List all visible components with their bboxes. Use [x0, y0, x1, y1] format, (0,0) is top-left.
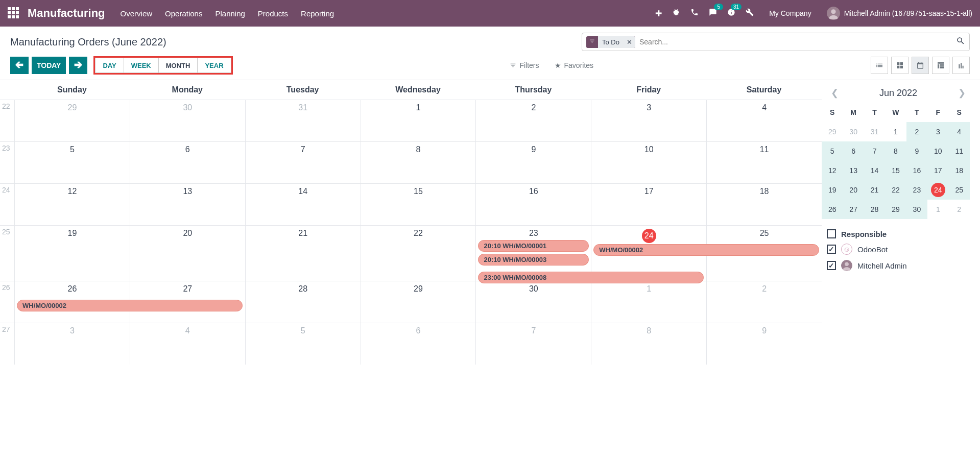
calendar-day-cell[interactable]: 22	[361, 226, 476, 281]
calendar-day-cell[interactable]: 18	[706, 184, 822, 225]
mini-day-cell[interactable]: 16	[906, 161, 927, 180]
calendar-event[interactable]: 23:00 WH/MO/00008	[478, 272, 704, 283]
apps-icon[interactable]	[8, 7, 20, 19]
mini-day-cell[interactable]: 17	[927, 161, 948, 180]
mini-day-cell[interactable]: 4	[949, 122, 970, 141]
user-menu[interactable]: Mitchell Admin (16789751-saas-15-1-all)	[827, 7, 972, 20]
calendar-day-cell[interactable]: 11	[706, 142, 822, 183]
mini-day-cell[interactable]: 21	[864, 180, 885, 200]
activities-icon[interactable]: 31	[727, 8, 735, 18]
mini-day-cell[interactable]: 5	[822, 141, 843, 161]
mini-day-cell[interactable]: 20	[843, 180, 864, 200]
calendar-day-cell[interactable]: 29	[14, 100, 130, 141]
mini-day-cell[interactable]: 9	[906, 141, 927, 161]
mini-day-cell[interactable]: 12	[822, 161, 843, 180]
scale-month-button[interactable]: MONTH	[158, 58, 198, 73]
filter-responsible[interactable]: Responsible	[827, 229, 970, 238]
calendar-day-cell[interactable]: 3	[591, 100, 706, 141]
mini-day-cell[interactable]: 8	[885, 141, 906, 161]
mini-day-cell[interactable]: 23	[906, 180, 927, 200]
bug-icon[interactable]	[672, 8, 680, 18]
mini-day-cell[interactable]: 1	[885, 122, 906, 141]
menu-reporting[interactable]: Reporting	[301, 9, 334, 18]
calendar-day-cell[interactable]: 31	[245, 100, 361, 141]
mini-day-cell[interactable]: 30	[906, 200, 927, 219]
view-pivot-button[interactable]	[932, 57, 949, 74]
calendar-day-cell[interactable]: 8	[591, 323, 706, 365]
calendar-day-cell[interactable]: 30	[130, 100, 245, 141]
favorites-dropdown[interactable]: ★ Favorites	[555, 61, 594, 69]
calendar-day-cell[interactable]: 10	[591, 142, 706, 183]
mini-day-cell[interactable]: 6	[843, 141, 864, 161]
filter-item[interactable]: Mitchell Admin	[827, 260, 970, 271]
calendar-day-cell[interactable]: 4	[130, 323, 245, 365]
calendar-day-cell[interactable]: 7	[475, 323, 591, 365]
calendar-day-cell[interactable]: 4	[706, 100, 822, 141]
filter-item[interactable]: ☺OdooBot	[827, 244, 970, 255]
menu-planning[interactable]: Planning	[215, 9, 245, 18]
calendar-day-cell[interactable]: 12	[14, 184, 130, 225]
mini-prev-icon[interactable]: ❮	[827, 87, 843, 99]
calendar-day-cell[interactable]: 20	[130, 226, 245, 281]
calendar-event[interactable]: 20:10 WH/MO/00003	[478, 254, 589, 266]
checkbox-icon[interactable]	[827, 229, 836, 238]
plus-icon[interactable]: ✚	[655, 9, 662, 18]
menu-products[interactable]: Products	[258, 9, 288, 18]
calendar-day-cell[interactable]: 9	[475, 142, 591, 183]
filters-dropdown[interactable]: Filters	[510, 61, 539, 69]
calendar-day-cell[interactable]: 17	[591, 184, 706, 225]
calendar-day-cell[interactable]: 5	[245, 323, 361, 365]
menu-operations[interactable]: Operations	[165, 9, 202, 18]
calendar-day-cell[interactable]: 2	[706, 281, 822, 323]
calendar-day-cell[interactable]: 2320:10 WH/MO/0000120:10 WH/MO/0000323:0…	[475, 226, 591, 281]
mini-day-cell[interactable]: 14	[864, 161, 885, 180]
calendar-day-cell[interactable]: 19	[14, 226, 130, 281]
calendar-day-cell[interactable]: 8	[361, 142, 476, 183]
mini-day-cell[interactable]: 28	[864, 200, 885, 219]
calendar-day-cell[interactable]: 9	[706, 323, 822, 365]
next-button[interactable]: 🡲	[69, 57, 87, 74]
mini-day-cell[interactable]: 30	[843, 122, 864, 141]
app-brand[interactable]: Manufacturing	[28, 7, 105, 20]
mini-day-cell[interactable]: 15	[885, 161, 906, 180]
messages-icon[interactable]: 5	[709, 8, 717, 18]
view-graph-button[interactable]	[952, 57, 970, 74]
calendar-day-cell[interactable]: 6	[130, 142, 245, 183]
checkbox-icon[interactable]	[827, 261, 836, 270]
calendar-day-cell[interactable]: 2	[475, 100, 591, 141]
search-input[interactable]	[639, 38, 956, 46]
search-icon[interactable]	[956, 36, 965, 47]
calendar-day-cell[interactable]: 13	[130, 184, 245, 225]
mini-next-icon[interactable]: ❯	[954, 87, 970, 99]
mini-day-cell[interactable]: 13	[843, 161, 864, 180]
mini-day-cell[interactable]: 2	[906, 122, 927, 141]
scale-week-button[interactable]: WEEK	[124, 58, 158, 73]
calendar-day-cell[interactable]: 5	[14, 142, 130, 183]
mini-day-cell[interactable]: 29	[822, 122, 843, 141]
view-kanban-button[interactable]	[891, 57, 909, 74]
calendar-day-cell[interactable]: 3	[14, 323, 130, 365]
calendar-event[interactable]: 20:10 WH/MO/00001	[478, 240, 589, 252]
view-calendar-button[interactable]	[912, 57, 929, 74]
menu-overview[interactable]: Overview	[121, 9, 153, 18]
scale-year-button[interactable]: YEAR	[197, 58, 231, 73]
mini-day-cell[interactable]: 11	[949, 141, 970, 161]
company-name[interactable]: My Company	[769, 9, 811, 17]
today-button[interactable]: TODAY	[32, 57, 66, 74]
calendar-day-cell[interactable]: 30	[475, 281, 591, 323]
calendar-day-cell[interactable]: 7	[245, 142, 361, 183]
mini-day-cell[interactable]: 24	[927, 180, 948, 200]
phone-icon[interactable]	[690, 8, 699, 18]
mini-day-cell[interactable]: 27	[843, 200, 864, 219]
mini-day-cell[interactable]: 31	[864, 122, 885, 141]
mini-day-cell[interactable]: 22	[885, 180, 906, 200]
mini-day-cell[interactable]: 2	[949, 200, 970, 219]
prev-button[interactable]: 🡰	[10, 57, 29, 74]
mini-day-cell[interactable]: 1	[927, 200, 948, 219]
mini-day-cell[interactable]: 29	[885, 200, 906, 219]
calendar-day-cell[interactable]: 26WH/MO/00002	[14, 281, 130, 323]
mini-day-cell[interactable]: 19	[822, 180, 843, 200]
calendar-day-cell[interactable]: 29	[361, 281, 476, 323]
filter-chip-close-icon[interactable]: ✕	[624, 36, 635, 48]
mini-day-cell[interactable]: 7	[864, 141, 885, 161]
